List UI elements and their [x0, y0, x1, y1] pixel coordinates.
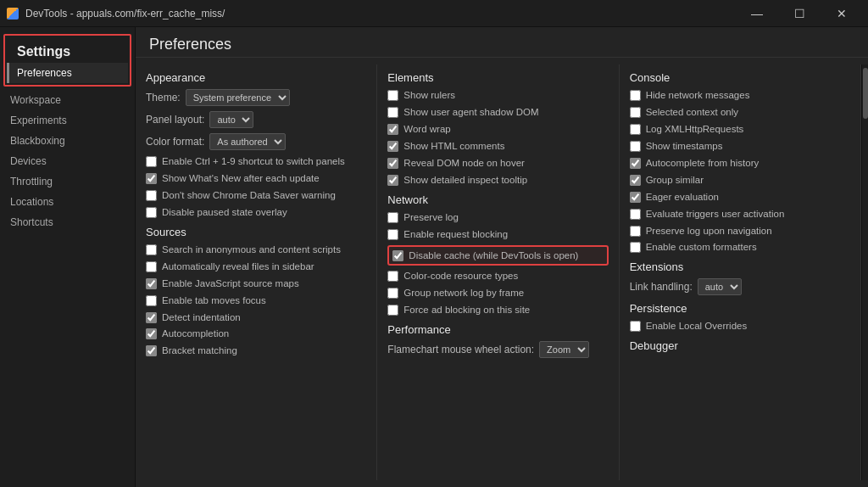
groupnetwork-checkbox[interactable]	[387, 288, 398, 299]
sidebar-item-workspace[interactable]: Workspace	[0, 90, 135, 110]
shadowdom-checkbox[interactable]	[387, 107, 398, 118]
triggeractivation-checkbox[interactable]	[630, 209, 641, 220]
bracketmatch-checkbox[interactable]	[146, 345, 157, 356]
localoverrides-label: Enable Local Overrides	[646, 320, 748, 333]
extensions-title: Extensions	[630, 260, 850, 273]
nodatasaver-row: Don't show Chrome Data Saver warning	[146, 189, 366, 202]
preservelog-checkbox[interactable]	[387, 212, 398, 223]
triggeractivation-label: Evaluate triggers user activation	[646, 208, 785, 221]
nodatasaver-label: Don't show Chrome Data Saver warning	[162, 189, 336, 202]
revealfiles-checkbox[interactable]	[146, 261, 157, 272]
adblocking-checkbox[interactable]	[387, 305, 398, 316]
preservenavigation-checkbox[interactable]	[630, 226, 641, 237]
persistence-title: Persistence	[630, 302, 850, 315]
sidebar-item-experiments[interactable]: Experiments	[0, 110, 135, 131]
window-controls: — ☐ ✕	[737, 0, 861, 27]
sidebar-item-preferences[interactable]: Preferences	[7, 63, 128, 83]
browser-favicon	[7, 8, 19, 20]
revealdom-row: Reveal DOM node on hover	[387, 157, 608, 170]
content-header: Preferences	[136, 27, 868, 58]
selectedcontext-checkbox[interactable]	[630, 107, 641, 118]
col-appearance-sources: Appearance Theme: System preference Pane…	[136, 64, 377, 480]
revealfiles-row: Automatically reveal files in sidebar	[146, 260, 366, 273]
codetypes-checkbox[interactable]	[387, 271, 398, 282]
flamechart-label: Flamechart mouse wheel action:	[387, 344, 534, 355]
hidenetwork-checkbox[interactable]	[630, 90, 641, 101]
sidebar-item-shortcuts[interactable]: Shortcuts	[0, 212, 135, 232]
maximize-button[interactable]: ☐	[780, 0, 819, 27]
eagerevaluation-checkbox[interactable]	[630, 192, 641, 203]
whatsnew-label: Show What's New after each update	[162, 172, 320, 185]
revealdom-checkbox[interactable]	[387, 158, 398, 169]
panel-layout-select[interactable]: auto	[209, 111, 253, 128]
pausedstate-checkbox[interactable]	[146, 207, 157, 218]
preservenavigation-row: Preserve log upon navigation	[630, 225, 850, 238]
requestblock-label: Enable request blocking	[403, 228, 508, 241]
jssourcemaps-checkbox[interactable]	[146, 278, 157, 289]
link-handling-row: Link handling: auto	[630, 278, 850, 295]
scrollbar-track[interactable]	[861, 64, 868, 480]
logxml-label: Log XMLHttpRequests	[646, 123, 744, 136]
sidebar-item-blackboxing[interactable]: Blackboxing	[0, 131, 135, 151]
anon-checkbox[interactable]	[146, 244, 157, 255]
sidebar-item-locations[interactable]: Locations	[0, 192, 135, 212]
sidebar-item-throttling[interactable]: Throttling	[0, 171, 135, 192]
sidebar-item-devices[interactable]: Devices	[0, 151, 135, 171]
inspecttooltip-label: Show detailed inspect tooltip	[403, 174, 527, 187]
disablecache-row: Disable cache (while DevTools is open)	[387, 245, 608, 266]
window-title: DevTools - appuals.com/fix-err_cache_mis…	[25, 8, 731, 20]
wordwrap-label: Word wrap	[403, 123, 450, 136]
htmlcomments-checkbox[interactable]	[387, 141, 398, 152]
panel-layout-row: Panel layout: auto	[146, 111, 366, 128]
inspecttooltip-row: Show detailed inspect tooltip	[387, 174, 608, 187]
groupsimilar-checkbox[interactable]	[630, 175, 641, 186]
revealdom-label: Reveal DOM node on hover	[403, 157, 525, 170]
tabmoves-checkbox[interactable]	[146, 295, 157, 306]
groupnetwork-row: Group network log by frame	[387, 287, 608, 299]
anon-label: Search in anonymous and content scripts	[162, 244, 341, 256]
ctrl19-checkbox[interactable]	[146, 156, 157, 167]
close-button[interactable]: ✕	[822, 0, 861, 27]
timestamps-checkbox[interactable]	[630, 141, 641, 152]
nodatasaver-checkbox[interactable]	[146, 190, 157, 201]
link-handling-select[interactable]: auto	[698, 278, 742, 295]
whatsnew-checkbox[interactable]	[146, 173, 157, 184]
theme-select[interactable]: System preference	[186, 89, 290, 106]
link-handling-label: Link handling:	[630, 281, 693, 293]
revealfiles-label: Automatically reveal files in sidebar	[162, 260, 314, 273]
inspecttooltip-checkbox[interactable]	[387, 175, 398, 186]
color-format-label: Color format:	[146, 136, 204, 148]
autocompletehistory-row: Autocomplete from history	[630, 157, 850, 170]
groupsimilar-label: Group similar	[646, 174, 704, 187]
color-format-row: Color format: As authored	[146, 133, 366, 150]
autocomplete-checkbox[interactable]	[146, 328, 157, 339]
bracketmatch-row: Bracket matching	[146, 344, 366, 357]
preservelog-row: Preserve log	[387, 211, 608, 224]
minimize-button[interactable]: —	[737, 0, 776, 27]
detectindent-row: Detect indentation	[146, 311, 366, 324]
wordwrap-checkbox[interactable]	[387, 124, 398, 135]
autocompletehistory-checkbox[interactable]	[630, 158, 641, 169]
showrulers-checkbox[interactable]	[387, 90, 398, 101]
flamechart-select[interactable]: Zoom	[539, 341, 589, 358]
content-body: Appearance Theme: System preference Pane…	[136, 58, 868, 487]
content-area: Preferences Appearance Theme: System pre…	[136, 27, 868, 487]
localoverrides-checkbox[interactable]	[630, 321, 641, 332]
scrollbar-thumb[interactable]	[863, 68, 868, 119]
requestblock-checkbox[interactable]	[387, 229, 398, 240]
detectindent-checkbox[interactable]	[146, 312, 157, 323]
pausedstate-row: Disable paused state overlay	[146, 206, 366, 219]
page-title: Preferences	[149, 36, 854, 53]
timestamps-label: Show timestamps	[646, 140, 723, 153]
performance-title: Performance	[387, 323, 608, 336]
showrulers-label: Show rulers	[403, 89, 455, 102]
color-format-select[interactable]: As authored	[209, 133, 286, 150]
customformatters-checkbox[interactable]	[630, 242, 641, 253]
panel-layout-label: Panel layout:	[146, 114, 204, 126]
console-title: Console	[630, 71, 850, 84]
autocompletehistory-label: Autocomplete from history	[646, 157, 760, 170]
disablecache-checkbox[interactable]	[392, 250, 403, 261]
logxml-checkbox[interactable]	[630, 124, 641, 135]
timestamps-row: Show timestamps	[630, 140, 850, 153]
ctrl19-row: Enable Ctrl + 1-9 shortcut to switch pan…	[146, 155, 366, 168]
